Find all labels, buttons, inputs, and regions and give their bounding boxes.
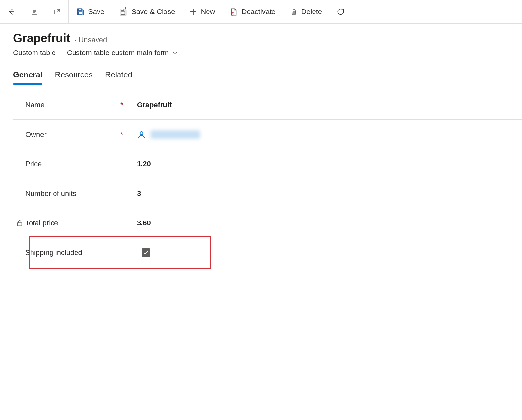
tabs: General Resources Related xyxy=(0,58,522,84)
popout-button[interactable] xyxy=(46,0,69,23)
save-icon xyxy=(76,8,85,16)
required-indicator: * xyxy=(120,130,137,139)
field-shipping-row[interactable]: Shipping included xyxy=(13,238,522,267)
field-price-label: Price xyxy=(25,160,42,168)
save-label: Save xyxy=(88,8,104,16)
svg-point-6 xyxy=(140,131,143,134)
refresh-button[interactable] xyxy=(329,0,352,23)
deactivate-label: Deactivate xyxy=(241,8,275,16)
form-panel: Name * Grapefruit Owner * Price 1.20 Num… xyxy=(13,90,522,286)
field-owner-row[interactable]: Owner * xyxy=(13,120,522,149)
new-label: New xyxy=(201,8,215,16)
save-close-icon xyxy=(119,7,128,16)
svg-rect-3 xyxy=(121,9,124,10)
tab-resources[interactable]: Resources xyxy=(55,70,93,84)
save-close-button[interactable]: Save & Close xyxy=(112,0,182,23)
checkmark-icon xyxy=(143,250,149,256)
tab-related-label: Related xyxy=(105,70,132,79)
tab-general-label: General xyxy=(13,70,42,79)
new-button[interactable]: New xyxy=(182,0,222,23)
form-bottom-space xyxy=(13,267,522,286)
field-name-value[interactable]: Grapefruit xyxy=(137,101,522,109)
field-total-value: 3.60 xyxy=(137,219,522,227)
svg-rect-1 xyxy=(79,9,82,10)
field-units-label: Number of units xyxy=(25,189,76,198)
command-bar: Save Save & Close New Deactivate Delete xyxy=(0,0,522,24)
separator-dot: · xyxy=(60,49,62,57)
back-arrow-icon xyxy=(7,8,16,16)
form-selector[interactable]: Custom table custom main form xyxy=(67,49,178,57)
person-icon xyxy=(137,130,146,139)
tab-related[interactable]: Related xyxy=(105,70,132,84)
back-button[interactable] xyxy=(0,0,23,23)
field-price-row[interactable]: Price 1.20 xyxy=(13,149,522,179)
field-units-row[interactable]: Number of units 3 xyxy=(13,179,522,208)
field-shipping-label: Shipping included xyxy=(25,248,82,257)
chevron-down-icon xyxy=(172,50,178,56)
field-name-row[interactable]: Name * Grapefruit xyxy=(13,90,522,120)
record-header: Grapefruit - Unsaved Custom table · Cust… xyxy=(0,24,522,58)
svg-rect-0 xyxy=(32,9,37,15)
field-total-label: Total price xyxy=(25,219,58,227)
shipping-checkbox-container[interactable] xyxy=(137,244,522,261)
save-close-label: Save & Close xyxy=(131,8,175,16)
field-price-value[interactable]: 1.20 xyxy=(137,160,522,168)
panel-button[interactable] xyxy=(23,0,46,23)
panel-icon xyxy=(31,8,38,16)
entity-name: Custom table xyxy=(13,49,56,57)
tab-general[interactable]: General xyxy=(13,70,42,84)
deactivate-button[interactable]: Deactivate xyxy=(222,0,283,23)
refresh-icon xyxy=(337,8,345,16)
required-indicator: * xyxy=(120,101,137,109)
field-owner-value[interactable] xyxy=(137,130,522,139)
owner-name-blurred xyxy=(151,130,200,139)
tab-resources-label: Resources xyxy=(55,70,93,79)
form-name: Custom table custom main form xyxy=(67,49,169,57)
record-title: Grapefruit xyxy=(13,32,70,45)
lock-icon xyxy=(16,220,23,227)
field-owner-label: Owner xyxy=(25,130,47,139)
shipping-checkbox[interactable] xyxy=(142,248,150,257)
deactivate-icon xyxy=(229,8,238,16)
popout-icon xyxy=(53,8,61,16)
trash-icon xyxy=(290,8,298,16)
field-units-value[interactable]: 3 xyxy=(137,189,522,198)
svg-rect-4 xyxy=(121,12,125,15)
plus-icon xyxy=(189,8,197,16)
field-name-label: Name xyxy=(25,101,45,109)
delete-label: Delete xyxy=(301,8,322,16)
delete-button[interactable]: Delete xyxy=(283,0,329,23)
svg-rect-7 xyxy=(18,223,22,226)
save-button[interactable]: Save xyxy=(69,0,112,23)
field-total-row: Total price 3.60 xyxy=(13,208,522,238)
svg-rect-2 xyxy=(79,12,82,15)
record-status: - Unsaved xyxy=(74,36,107,44)
